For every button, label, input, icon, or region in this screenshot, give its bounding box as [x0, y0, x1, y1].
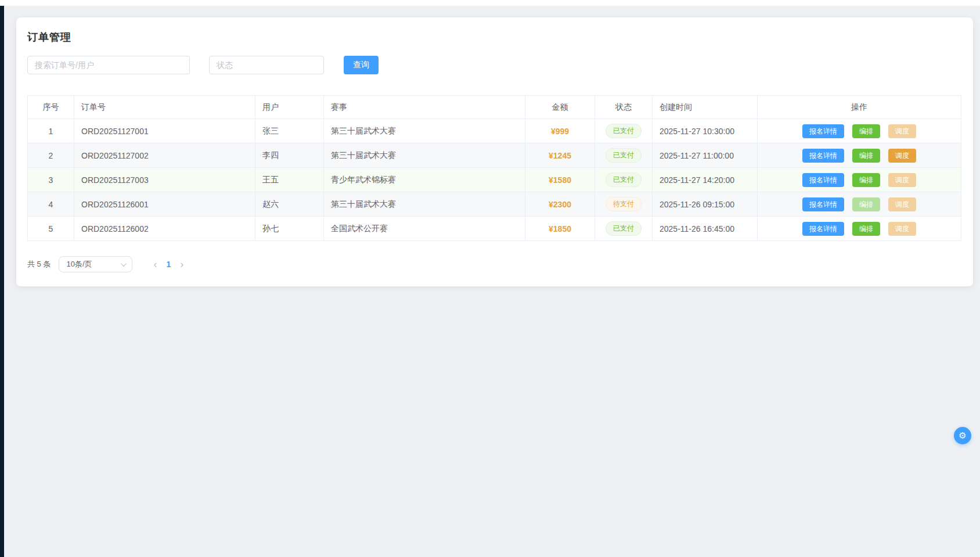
- status-badge: 已支付: [606, 124, 642, 138]
- cell-order-no: ORD20251127003: [74, 168, 255, 192]
- table-header-row: 序号 订单号 用户 赛事 金额 状态 创建时间 操作: [28, 96, 961, 119]
- cell-event: 青少年武术锦标赛: [324, 168, 525, 192]
- pagination: 共 5 条 10条/页 ‹ 1 ›: [27, 256, 962, 272]
- cell-order-no: ORD20251127002: [74, 143, 255, 168]
- cell-index: 4: [28, 192, 74, 217]
- status-filter-input[interactable]: [209, 56, 324, 74]
- arrange-button[interactable]: 编排: [852, 124, 880, 138]
- query-button[interactable]: 查询: [344, 56, 379, 74]
- cell-order-no: ORD20251127001: [74, 119, 255, 143]
- arrange-button[interactable]: 编排: [852, 149, 880, 163]
- orders-table: 序号 订单号 用户 赛事 金额 状态 创建时间 操作 1 ORD20251127…: [27, 95, 961, 241]
- cell-amount: ¥1580: [525, 168, 595, 192]
- cell-event: 第三十届武术大赛: [324, 192, 525, 217]
- gear-icon: ⚙: [959, 430, 966, 440]
- top-header-strip: [0, 0, 980, 6]
- dispatch-button[interactable]: 调度: [888, 173, 916, 187]
- header-order-no: 订单号: [74, 96, 255, 119]
- cell-amount: ¥1245: [525, 143, 595, 168]
- header-index: 序号: [28, 96, 74, 119]
- total-count-label: 共 5 条: [27, 259, 51, 269]
- header-event: 赛事: [324, 96, 525, 119]
- dispatch-button[interactable]: 调度: [888, 197, 916, 211]
- arrange-button[interactable]: 编排: [852, 173, 880, 187]
- cell-event: 第三十届武术大赛: [324, 143, 525, 168]
- table-row: 4 ORD20251126001 赵六 第三十届武术大赛 ¥2300 待支付 2…: [28, 192, 961, 217]
- cell-user: 张三: [255, 119, 324, 143]
- cell-user: 赵六: [255, 192, 324, 217]
- cell-created-time: 2025-11-27 11:00:00: [653, 143, 758, 168]
- cell-user: 王五: [255, 168, 324, 192]
- cell-event: 全国武术公开赛: [324, 217, 525, 241]
- table-row: 5 ORD20251126002 孙七 全国武术公开赛 ¥1850 已支付 20…: [28, 217, 961, 241]
- cell-index: 1: [28, 119, 74, 143]
- current-page-button[interactable]: 1: [160, 260, 176, 269]
- registration-detail-button[interactable]: 报名详情: [802, 149, 844, 163]
- dispatch-button[interactable]: 调度: [888, 124, 916, 138]
- cell-user: 李四: [255, 143, 324, 168]
- prev-page-button[interactable]: ‹: [150, 257, 160, 272]
- status-badge: 已支付: [606, 173, 642, 187]
- filter-bar: 查询: [27, 56, 962, 74]
- cell-amount: ¥1850: [525, 217, 595, 241]
- arrange-button[interactable]: 编排: [852, 197, 880, 211]
- chevron-down-icon: [121, 261, 127, 267]
- cell-index: 3: [28, 168, 74, 192]
- sidebar-strip: [0, 6, 4, 557]
- next-page-button[interactable]: ›: [176, 257, 187, 272]
- cell-order-no: ORD20251126002: [74, 217, 255, 241]
- dispatch-button[interactable]: 调度: [888, 149, 916, 163]
- registration-detail-button[interactable]: 报名详情: [802, 173, 844, 187]
- pager: ‹ 1 ›: [150, 257, 187, 272]
- search-input[interactable]: [27, 56, 190, 74]
- status-badge: 已支付: [606, 221, 642, 236]
- cell-amount: ¥2300: [525, 192, 595, 217]
- header-user: 用户: [255, 96, 324, 119]
- dispatch-button[interactable]: 调度: [888, 222, 916, 236]
- page-size-value: 10条/页: [66, 259, 92, 269]
- registration-detail-button[interactable]: 报名详情: [802, 222, 844, 236]
- table-row: 3 ORD20251127003 王五 青少年武术锦标赛 ¥1580 已支付 2…: [28, 168, 961, 192]
- cell-amount: ¥999: [525, 119, 595, 143]
- cell-created-time: 2025-11-26 16:45:00: [653, 217, 758, 241]
- registration-detail-button[interactable]: 报名详情: [802, 197, 844, 211]
- page-title: 订单管理: [27, 30, 962, 44]
- cell-index: 2: [28, 143, 74, 168]
- arrange-button[interactable]: 编排: [852, 222, 880, 236]
- cell-user: 孙七: [255, 217, 324, 241]
- cell-event: 第三十届武术大赛: [324, 119, 525, 143]
- header-created-time: 创建时间: [653, 96, 758, 119]
- cell-index: 5: [28, 217, 74, 241]
- table-row: 1 ORD20251127001 张三 第三十届武术大赛 ¥999 已支付 20…: [28, 119, 961, 143]
- order-management-card: 订单管理 查询 序号 订单号 用户 赛事 金额 状态 创建时间 操作 1 ORD…: [16, 17, 973, 286]
- cell-created-time: 2025-11-27 14:20:00: [653, 168, 758, 192]
- page-size-select[interactable]: 10条/页: [59, 256, 132, 272]
- table-row: 2 ORD20251127002 李四 第三十届武术大赛 ¥1245 已支付 2…: [28, 143, 961, 168]
- status-badge: 已支付: [606, 148, 642, 163]
- status-badge: 待支付: [606, 197, 642, 211]
- cell-created-time: 2025-11-27 10:30:00: [653, 119, 758, 143]
- settings-fab[interactable]: ⚙: [954, 427, 971, 444]
- cell-created-time: 2025-11-26 09:15:00: [653, 192, 758, 217]
- header-status: 状态: [595, 96, 653, 119]
- header-actions: 操作: [758, 96, 961, 119]
- registration-detail-button[interactable]: 报名详情: [802, 124, 844, 138]
- header-amount: 金额: [525, 96, 595, 119]
- cell-order-no: ORD20251126001: [74, 192, 255, 217]
